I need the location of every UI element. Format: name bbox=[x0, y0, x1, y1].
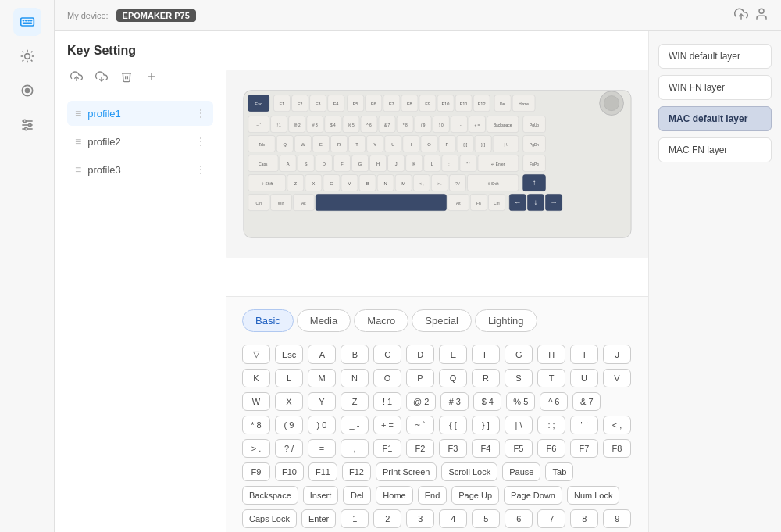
key-item[interactable]: Del bbox=[343, 486, 371, 505]
key-item[interactable]: ▽ bbox=[242, 345, 270, 364]
key-item[interactable]: ( 9 bbox=[275, 416, 303, 434]
key-item[interactable]: T bbox=[537, 369, 565, 387]
key-item[interactable]: C bbox=[373, 345, 401, 364]
key-item[interactable]: { [ bbox=[439, 416, 467, 434]
key-item[interactable]: F12 bbox=[342, 462, 371, 481]
key-item[interactable]: 2 bbox=[373, 509, 401, 528]
key-item[interactable]: } ] bbox=[472, 416, 500, 434]
key-item[interactable]: F7 bbox=[570, 439, 598, 458]
key-item[interactable]: Insert bbox=[303, 486, 339, 505]
key-item[interactable]: D bbox=[406, 345, 434, 364]
key-item[interactable]: 1 bbox=[341, 509, 369, 528]
key-item[interactable]: R bbox=[472, 369, 500, 387]
profile-item-1[interactable]: ≡ profile1 ⋮ bbox=[67, 101, 213, 126]
key-item[interactable]: B bbox=[341, 345, 369, 364]
key-item[interactable]: Page Up bbox=[451, 486, 499, 505]
key-item[interactable]: Z bbox=[341, 392, 369, 411]
key-item[interactable]: F bbox=[472, 345, 500, 364]
key-item[interactable]: : ; bbox=[537, 416, 565, 434]
key-item[interactable]: W bbox=[242, 392, 270, 411]
key-item[interactable]: M bbox=[308, 369, 336, 387]
person-icon[interactable] bbox=[754, 7, 769, 23]
profile-upload-btn[interactable] bbox=[67, 67, 86, 88]
key-item[interactable]: Esc bbox=[275, 345, 303, 364]
key-item[interactable]: % 5 bbox=[506, 392, 535, 411]
key-item[interactable]: Num Lock bbox=[567, 486, 620, 505]
key-item[interactable]: @ 2 bbox=[406, 392, 436, 411]
key-item[interactable]: Y bbox=[308, 392, 336, 411]
key-item[interactable]: U bbox=[570, 369, 598, 387]
profile-more-2[interactable]: ⋮ bbox=[196, 136, 205, 147]
tab-media[interactable]: Media bbox=[297, 309, 351, 332]
key-item[interactable]: F11 bbox=[308, 462, 337, 481]
key-item[interactable]: 6 bbox=[505, 509, 533, 528]
key-item[interactable]: ? / bbox=[275, 439, 303, 458]
key-item[interactable]: Print Screen bbox=[376, 462, 437, 481]
layer-win-fn[interactable]: WIN FN layer bbox=[658, 75, 772, 100]
key-item[interactable]: = bbox=[308, 439, 336, 458]
key-item[interactable]: $ 4 bbox=[473, 392, 501, 411]
key-item[interactable]: 5 bbox=[472, 509, 500, 528]
key-item[interactable]: > . bbox=[242, 439, 270, 458]
key-item[interactable]: 7 bbox=[537, 509, 565, 528]
key-item[interactable]: Tab bbox=[545, 462, 573, 481]
layer-mac-default[interactable]: MAC default layer bbox=[658, 106, 772, 131]
key-item[interactable]: 9 bbox=[603, 509, 631, 528]
tab-basic[interactable]: Basic bbox=[242, 309, 294, 332]
sidebar-item-keyboard[interactable] bbox=[13, 8, 41, 36]
key-item[interactable]: F2 bbox=[406, 439, 434, 458]
layer-mac-fn[interactable]: MAC FN layer bbox=[658, 137, 772, 162]
key-item[interactable]: , bbox=[341, 439, 369, 458]
key-item[interactable]: Page Down bbox=[504, 486, 562, 505]
key-item[interactable]: | \ bbox=[505, 416, 533, 434]
key-item[interactable]: ~ ` bbox=[406, 416, 434, 434]
key-item[interactable]: Scroll Lock bbox=[441, 462, 497, 481]
profile-item-2[interactable]: ≡ profile2 ⋮ bbox=[67, 129, 213, 154]
sidebar-item-settings[interactable] bbox=[13, 111, 41, 139]
profile-more-1[interactable]: ⋮ bbox=[196, 108, 205, 119]
key-item[interactable]: V bbox=[603, 369, 631, 387]
profile-delete-btn[interactable] bbox=[117, 67, 136, 88]
key-item[interactable]: + = bbox=[373, 416, 401, 434]
key-item[interactable]: ^ 6 bbox=[540, 392, 568, 411]
key-item[interactable]: " ' bbox=[570, 416, 598, 434]
key-item[interactable]: O bbox=[373, 369, 401, 387]
key-item[interactable]: A bbox=[308, 345, 336, 364]
key-item[interactable]: 4 bbox=[439, 509, 467, 528]
key-item[interactable]: F9 bbox=[242, 462, 270, 481]
key-item[interactable]: _ - bbox=[341, 416, 369, 434]
key-item[interactable]: Caps Lock bbox=[242, 509, 297, 528]
key-item[interactable]: H bbox=[537, 345, 565, 364]
key-item[interactable]: L bbox=[275, 369, 303, 387]
key-item[interactable]: K bbox=[242, 369, 270, 387]
key-item[interactable]: I bbox=[570, 345, 598, 364]
key-item[interactable]: S bbox=[505, 369, 533, 387]
key-item[interactable]: Home bbox=[376, 486, 412, 505]
key-item[interactable]: F1 bbox=[373, 439, 401, 458]
tab-macro[interactable]: Macro bbox=[354, 309, 408, 332]
key-item[interactable]: G bbox=[505, 345, 533, 364]
key-item[interactable]: * 8 bbox=[242, 416, 270, 434]
key-item[interactable]: N bbox=[341, 369, 369, 387]
tab-special[interactable]: Special bbox=[412, 309, 472, 332]
key-item[interactable]: ) 0 bbox=[308, 416, 336, 434]
key-item[interactable]: F10 bbox=[275, 462, 304, 481]
key-item[interactable]: F4 bbox=[472, 439, 500, 458]
key-item[interactable]: Enter bbox=[301, 509, 336, 528]
key-item[interactable]: F3 bbox=[439, 439, 467, 458]
key-item[interactable]: < , bbox=[603, 416, 631, 434]
key-item[interactable]: E bbox=[439, 345, 467, 364]
key-item[interactable]: ! 1 bbox=[373, 392, 401, 411]
profile-more-3[interactable]: ⋮ bbox=[196, 164, 205, 175]
key-item[interactable]: & 7 bbox=[572, 392, 601, 411]
key-item[interactable]: Backspace bbox=[242, 486, 298, 505]
key-item[interactable]: F8 bbox=[603, 439, 631, 458]
layer-win-default[interactable]: WIN default layer bbox=[658, 44, 772, 69]
key-item[interactable]: P bbox=[406, 369, 434, 387]
key-item[interactable]: J bbox=[603, 345, 631, 364]
sidebar-item-record[interactable] bbox=[13, 77, 41, 105]
key-item[interactable]: # 3 bbox=[440, 392, 469, 411]
upload-icon[interactable] bbox=[734, 7, 748, 23]
key-item[interactable]: 8 bbox=[570, 509, 598, 528]
profile-item-3[interactable]: ≡ profile3 ⋮ bbox=[67, 157, 213, 182]
